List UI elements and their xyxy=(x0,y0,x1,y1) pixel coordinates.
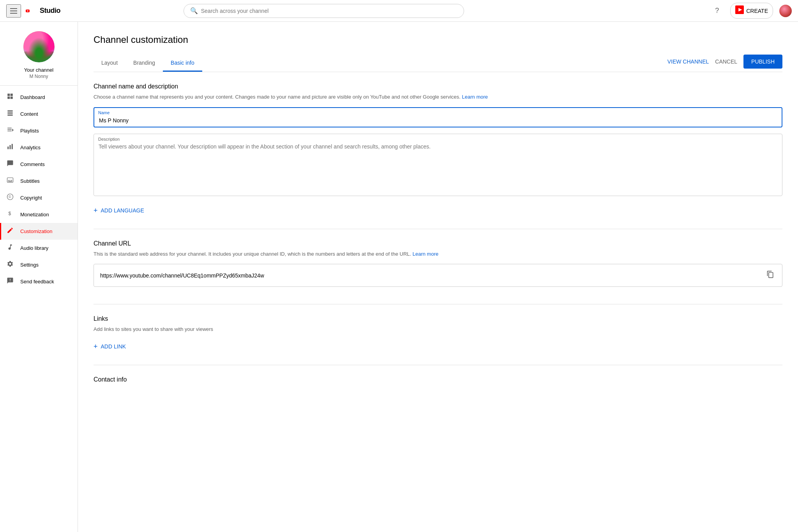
dashboard-icon xyxy=(6,93,14,102)
sidebar-label-subtitles: Subtitles xyxy=(20,178,40,184)
sidebar-item-playlists[interactable]: Playlists xyxy=(0,122,78,139)
nav-left: Studio xyxy=(6,4,60,18)
app-body: Your channel M Nonny Dashboard Content xyxy=(0,22,798,532)
channel-avatar[interactable] xyxy=(23,31,55,62)
studio-text: Studio xyxy=(40,7,60,15)
sidebar-label-analytics: Analytics xyxy=(20,145,41,150)
copy-url-button[interactable] xyxy=(765,269,776,282)
video-camera-icon xyxy=(735,5,744,14)
svg-text:$: $ xyxy=(9,211,11,216)
add-link-label: ADD LINK xyxy=(101,343,126,350)
create-button[interactable]: CREATE xyxy=(730,3,773,19)
plus-icon: + xyxy=(94,207,98,215)
svg-rect-15 xyxy=(7,147,9,149)
channel-info: Your channel M Nonny xyxy=(0,22,78,86)
sidebar-item-analytics[interactable]: Analytics xyxy=(0,139,78,156)
tabs-actions: VIEW CHANNEL CANCEL PUBLISH xyxy=(667,55,782,72)
sidebar: Your channel M Nonny Dashboard Content xyxy=(0,22,78,532)
feedback-icon xyxy=(6,277,14,286)
channel-name-section: Channel name and description Choose a ch… xyxy=(94,72,782,229)
playlists-icon xyxy=(6,126,14,135)
tabs-bar: Layout Branding Basic info VIEW CHANNEL … xyxy=(94,55,782,72)
links-section: Links Add links to sites you want to sha… xyxy=(94,304,782,365)
contact-section: Contact info xyxy=(94,365,782,397)
sidebar-item-dashboard[interactable]: Dashboard xyxy=(0,89,78,106)
copy-icon xyxy=(766,270,774,278)
sidebar-item-customization[interactable]: Customization xyxy=(0,223,78,240)
tab-layout[interactable]: Layout xyxy=(94,55,125,72)
contact-title: Contact info xyxy=(94,376,782,383)
name-input[interactable] xyxy=(94,107,782,127)
svg-rect-4 xyxy=(7,94,10,96)
add-language-button[interactable]: + ADD LANGUAGE xyxy=(94,203,144,218)
sidebar-item-send-feedback[interactable]: Send feedback xyxy=(0,273,78,290)
svg-rect-13 xyxy=(7,131,12,131)
add-link-button[interactable]: + ADD LINK xyxy=(94,339,126,354)
svg-rect-11 xyxy=(7,128,12,129)
sidebar-label-monetization: Monetization xyxy=(20,212,49,217)
svg-rect-21 xyxy=(8,181,12,182)
description-textarea[interactable] xyxy=(94,134,782,196)
svg-rect-17 xyxy=(12,144,13,149)
sidebar-item-content[interactable]: Content xyxy=(0,106,78,122)
search-input[interactable] xyxy=(201,8,457,14)
svg-rect-8 xyxy=(7,110,13,111)
search-bar[interactable]: 🔍 xyxy=(184,4,464,18)
cancel-button[interactable]: CANCEL xyxy=(715,58,737,65)
search-icon: 🔍 xyxy=(190,7,198,14)
channel-url-text: https://www.youtube.com/channel/UC8Eq1om… xyxy=(100,272,765,279)
sidebar-item-copyright[interactable]: © Copyright xyxy=(0,189,78,206)
sidebar-item-settings[interactable]: Settings xyxy=(0,256,78,273)
links-title: Links xyxy=(94,315,782,322)
channel-url-title: Channel URL xyxy=(94,240,782,247)
channel-url-desc: This is the standard web address for you… xyxy=(94,250,782,258)
publish-button[interactable]: PUBLISH xyxy=(743,55,782,69)
svg-rect-5 xyxy=(11,94,13,96)
copyright-icon: © xyxy=(6,193,14,202)
channel-name: Your channel xyxy=(24,67,53,73)
svg-rect-6 xyxy=(7,97,10,99)
logo[interactable]: Studio xyxy=(26,7,60,15)
help-button[interactable]: ? xyxy=(710,4,724,18)
tab-basic-info[interactable]: Basic info xyxy=(163,55,202,72)
url-field: https://www.youtube.com/channel/UC8Eq1om… xyxy=(94,264,782,287)
youtube-logo-icon xyxy=(26,7,38,15)
add-link-plus-icon: + xyxy=(94,343,98,351)
svg-rect-20 xyxy=(11,180,12,181)
sidebar-label-settings: Settings xyxy=(20,262,39,268)
description-field: Description xyxy=(94,134,782,197)
nav-right: ? CREATE xyxy=(710,3,792,19)
name-field: Name xyxy=(94,107,782,127)
monetization-icon: $ xyxy=(6,210,14,219)
sidebar-label-customization: Customization xyxy=(20,228,52,234)
name-label: Name xyxy=(98,110,109,115)
sidebar-label-comments: Comments xyxy=(20,161,45,167)
sidebar-label-send-feedback: Send feedback xyxy=(20,279,54,285)
audio-library-icon xyxy=(6,244,14,253)
svg-marker-14 xyxy=(12,129,14,132)
sidebar-label-content: Content xyxy=(20,111,38,117)
subtitles-icon xyxy=(6,177,14,186)
channel-name-learn-more[interactable]: Learn more xyxy=(462,94,488,100)
sidebar-item-audio-library[interactable]: Audio library xyxy=(0,240,78,256)
sidebar-label-playlists: Playlists xyxy=(20,128,39,134)
svg-rect-9 xyxy=(7,113,13,114)
hamburger-menu[interactable] xyxy=(6,4,21,18)
user-avatar[interactable] xyxy=(779,5,792,17)
channel-handle: M Nonny xyxy=(29,74,48,79)
svg-rect-7 xyxy=(11,97,13,99)
svg-rect-10 xyxy=(7,115,13,116)
sidebar-item-subtitles[interactable]: Subtitles xyxy=(0,173,78,189)
sidebar-item-monetization[interactable]: $ Monetization xyxy=(0,206,78,223)
main-content: Channel customization Layout Branding Ba… xyxy=(78,22,798,532)
page-title: Channel customization xyxy=(94,34,782,45)
sidebar-item-comments[interactable]: Comments xyxy=(0,156,78,173)
tabs-left: Layout Branding Basic info xyxy=(94,55,202,71)
view-channel-button[interactable]: VIEW CHANNEL xyxy=(667,58,709,65)
analytics-icon xyxy=(6,143,14,152)
links-desc: Add links to sites you want to share wit… xyxy=(94,325,782,333)
svg-rect-16 xyxy=(10,145,11,149)
tab-branding[interactable]: Branding xyxy=(125,55,163,72)
create-label: CREATE xyxy=(746,8,768,14)
channel-url-learn-more[interactable]: Learn more xyxy=(413,251,438,257)
